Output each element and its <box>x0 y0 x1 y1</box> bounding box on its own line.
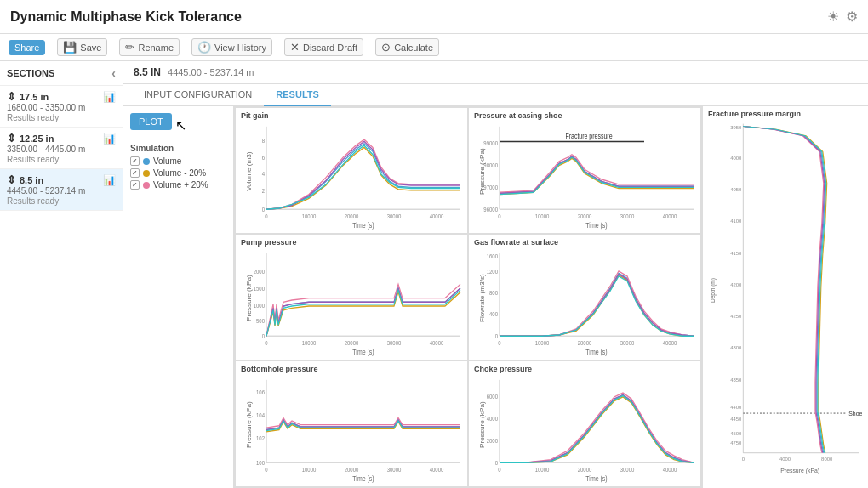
svg-text:0: 0 <box>498 466 501 473</box>
svg-text:Pressure (kPa): Pressure (kPa) <box>780 468 819 474</box>
collapse-button[interactable]: ‹ <box>111 66 116 80</box>
svg-text:1500: 1500 <box>254 286 266 292</box>
legend-check-0[interactable]: ✓ <box>130 156 140 166</box>
chart-bottomhole-pressure-title: Bottomhole pressure <box>241 365 462 373</box>
svg-text:30000: 30000 <box>620 466 635 473</box>
calculate-button[interactable]: ⊙ Calculate <box>375 38 439 56</box>
svg-text:400: 400 <box>489 310 498 317</box>
tabs-container: INPUT CONFIGURATION RESULTS <box>123 84 868 106</box>
svg-text:10000: 10000 <box>535 213 550 219</box>
content-area: 8.5 IN 4445.00 - 5237.14 m INPUT CONFIGU… <box>123 61 868 488</box>
mini-charts-grid: Pit gain 0 2 4 6 8 <box>234 106 702 488</box>
svg-text:Shoe: Shoe <box>848 411 862 417</box>
svg-text:0: 0 <box>495 332 499 339</box>
svg-text:10000: 10000 <box>535 466 550 473</box>
section-status-8.5in: Results ready <box>7 196 116 206</box>
svg-text:8000: 8000 <box>821 457 832 462</box>
svg-text:30000: 30000 <box>387 339 402 346</box>
controls-panel: PLOT ↖ Simulation ✓ Volume ✓ Volume - 20… <box>123 106 234 488</box>
svg-text:40000: 40000 <box>430 466 444 473</box>
svg-text:Time (s): Time (s) <box>352 475 374 484</box>
svg-text:40000: 40000 <box>663 339 677 346</box>
discard-draft-button[interactable]: ✕ Discard Draft <box>284 38 363 56</box>
content-section-label: 8.5 IN <box>134 66 161 78</box>
discard-draft-label: Discard Draft <box>303 43 357 53</box>
sun-icon[interactable]: ☀ <box>827 9 839 25</box>
svg-text:Pressure (kPa): Pressure (kPa) <box>246 401 253 448</box>
svg-text:10000: 10000 <box>535 339 550 346</box>
fracture-margin-svg: 3950 4000 4050 4100 4150 4200 4250 4300 … <box>708 120 863 485</box>
section-range-8.5in: 4445.00 - 5237.14 m <box>7 186 116 196</box>
title-icons: ☀ ⚙ <box>827 9 858 25</box>
svg-text:Flowrate (m3/s): Flowrate (m3/s) <box>479 274 486 322</box>
chart-pressure-casing: Pressure at casing shoe Fracture pressur… <box>469 108 700 233</box>
svg-text:2: 2 <box>262 188 266 195</box>
svg-text:102: 102 <box>256 435 265 442</box>
chart-pump-pressure-title: Pump pressure <box>241 238 462 247</box>
chart-bottomhole-pressure: Bottomhole pressure 100 102 104 106 0 10… <box>236 361 467 486</box>
svg-text:10000: 10000 <box>302 466 317 473</box>
svg-text:30000: 30000 <box>387 466 402 473</box>
svg-text:4500: 4500 <box>730 431 741 436</box>
legend-check-1[interactable]: ✓ <box>130 168 140 178</box>
svg-text:100: 100 <box>256 459 265 466</box>
section-status-12.25in: Results ready <box>7 155 116 164</box>
right-chart-title: Fracture pressure margin <box>708 110 863 118</box>
gear-icon[interactable]: ⚙ <box>846 9 858 25</box>
pencil-icon: ✏ <box>125 41 134 54</box>
section-range-17.5in: 1680.00 - 3350.00 m <box>7 103 116 112</box>
svg-text:4450: 4450 <box>730 417 741 423</box>
sidebar-item-17.5in[interactable]: ⇕ 17.5 in 📊 1680.00 - 3350.00 m Results … <box>0 86 123 128</box>
view-history-button[interactable]: 🕐 View History <box>191 38 272 56</box>
svg-text:20000: 20000 <box>578 466 592 473</box>
legend-item-0: ✓ Volume <box>130 156 226 166</box>
tab-input-configuration[interactable]: INPUT CONFIGURATION <box>132 84 264 106</box>
tab-results[interactable]: RESULTS <box>264 84 331 106</box>
svg-text:4300: 4300 <box>730 346 741 351</box>
svg-text:Pressure (kPa): Pressure (kPa) <box>479 401 486 448</box>
svg-text:0: 0 <box>265 213 268 219</box>
save-icon: 💾 <box>63 41 77 54</box>
svg-text:40000: 40000 <box>663 213 677 219</box>
svg-text:4: 4 <box>262 171 266 178</box>
chart-pressure-casing-svg: Fracture pressure 96000 97000 98000 9900… <box>474 122 695 231</box>
chart-icon-8.5in[interactable]: 📊 <box>103 174 116 186</box>
rename-label: Rename <box>138 43 174 53</box>
chart-pump-pressure: Pump pressure 0 500 1000 1500 2000 0 100… <box>236 235 467 360</box>
chart-bottomhole-pressure-svg: 100 102 104 106 0 10000 20000 30000 4000… <box>241 375 462 485</box>
legend-dot-1 <box>143 170 150 177</box>
chart-icon-17.5in[interactable]: 📊 <box>103 91 116 103</box>
svg-text:3950: 3950 <box>730 125 741 130</box>
section-name-12.25in: 12.25 in <box>20 133 54 144</box>
legend-dot-2 <box>143 182 150 189</box>
legend-label-1: Volume - 20% <box>153 168 206 178</box>
svg-text:30000: 30000 <box>620 339 635 346</box>
svg-text:4050: 4050 <box>730 187 741 192</box>
svg-text:4400: 4400 <box>730 406 741 411</box>
title-bar: Dynamic Multiphase Kick Tolerance ☀ ⚙ <box>0 0 868 34</box>
svg-text:97000: 97000 <box>483 184 498 190</box>
section-name-8.5in: 8.5 in <box>20 175 43 185</box>
svg-text:Time (s): Time (s) <box>585 349 608 357</box>
section-status-17.5in: Results ready <box>7 113 116 122</box>
rename-button[interactable]: ✏ Rename <box>119 38 180 56</box>
svg-text:500: 500 <box>256 317 265 324</box>
svg-text:20000: 20000 <box>578 213 592 219</box>
sidebar-item-12.25in[interactable]: ⇕ 12.25 in 📊 3350.00 - 4445.00 m Results… <box>0 128 123 169</box>
svg-text:1600: 1600 <box>487 253 499 259</box>
svg-text:2000: 2000 <box>487 437 499 444</box>
svg-text:4350: 4350 <box>730 377 741 383</box>
share-button[interactable]: Share <box>9 40 45 55</box>
content-header: 8.5 IN 4445.00 - 5237.14 m <box>123 61 868 84</box>
legend-label-2: Volume + 20% <box>153 180 208 190</box>
sidebar-item-8.5in[interactable]: ⇕ 8.5 in 📊 4445.00 - 5237.14 m Results r… <box>0 169 123 211</box>
legend-check-2[interactable]: ✓ <box>130 180 140 190</box>
cursor-tool-icon[interactable]: ↖ <box>175 117 186 133</box>
main-layout: SECTIONS ‹ ⇕ 17.5 in 📊 1680.00 - 3350.00… <box>0 61 868 488</box>
chart-icon-12.25in[interactable]: 📊 <box>103 133 116 145</box>
plot-button[interactable]: PLOT <box>130 113 172 130</box>
save-label: Save <box>80 43 101 53</box>
sidebar-header: SECTIONS ‹ <box>0 61 123 86</box>
save-button[interactable]: 💾 Save <box>57 38 107 56</box>
svg-text:8: 8 <box>262 137 266 144</box>
